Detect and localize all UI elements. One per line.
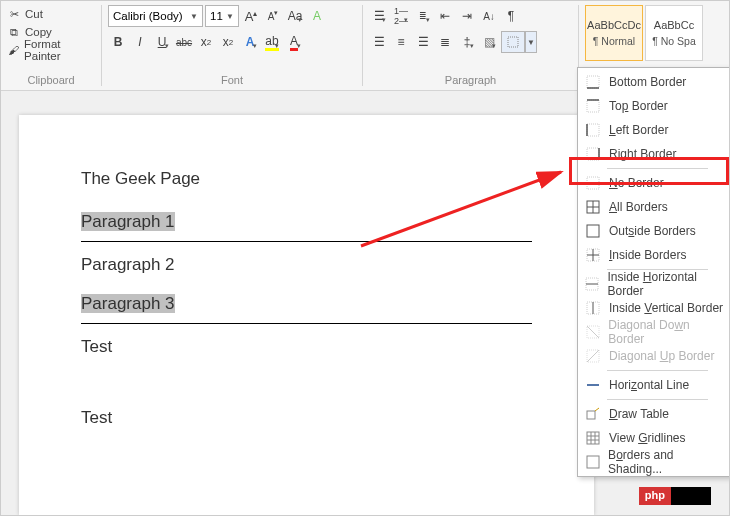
svg-rect-13	[587, 225, 599, 237]
svg-line-24	[587, 350, 599, 362]
clipboard-group: ✂Cut ⧉Copy 🖌Format Painter Clipboard	[1, 1, 101, 90]
svg-line-22	[587, 326, 599, 338]
diag-up-icon	[585, 348, 601, 364]
grow-font-button[interactable]: A▴	[241, 5, 261, 27]
menu-outside-borders[interactable]: Outside Borders	[579, 219, 730, 243]
style-normal[interactable]: AaBbCcDc ¶ Normal	[585, 5, 643, 61]
svg-rect-33	[587, 456, 599, 468]
hline-icon	[585, 377, 601, 393]
border-icon	[501, 31, 525, 53]
menu-inside-borders[interactable]: Inside Borders	[579, 243, 730, 267]
font-color-button[interactable]: A▾	[284, 31, 304, 53]
svg-rect-5	[587, 124, 599, 136]
multilevel-button[interactable]: ≣▾	[413, 5, 433, 27]
menu-left-border[interactable]: Left Border	[579, 118, 730, 142]
numbering-button[interactable]: 1―2―▾	[391, 5, 411, 27]
show-marks-button[interactable]: ¶	[501, 5, 521, 27]
menu-top-border[interactable]: Top Border	[579, 94, 730, 118]
bullets-button[interactable]: ☰▾	[369, 5, 389, 27]
style-nospacing[interactable]: AaBbCc ¶ No Spa	[645, 5, 703, 61]
horizontal-line	[81, 323, 532, 324]
change-case-button[interactable]: Aa▾	[285, 5, 305, 27]
menu-diagonal-up: Diagonal Up Border	[579, 344, 730, 368]
sort-button[interactable]: A↓	[479, 5, 499, 27]
menu-draw-table[interactable]: Draw Table	[579, 402, 730, 426]
subscript-button[interactable]: x2	[196, 31, 216, 53]
border-dropdown-icon[interactable]: ▼	[525, 31, 537, 53]
paragraph-1: Paragraph 1	[81, 209, 532, 235]
text-effects-button[interactable]: A▾	[240, 31, 260, 53]
menu-horizontal-line[interactable]: Horizontal Line	[579, 373, 730, 397]
align-left-button[interactable]: ☰	[369, 31, 389, 53]
menu-diagonal-down: Diagonal Down Border	[579, 320, 730, 344]
dropdown-icon: ▼	[226, 12, 234, 21]
test-2: Test	[81, 405, 532, 431]
paragraph-2: Paragraph 2	[81, 252, 532, 278]
menu-separator	[607, 399, 708, 400]
underline-button[interactable]: U▾	[152, 31, 172, 53]
align-center-button[interactable]: ≡	[391, 31, 411, 53]
outside-border-icon	[585, 223, 601, 239]
clipboard-group-label: Clipboard	[1, 74, 101, 86]
watermark-badge: php	[639, 487, 711, 505]
font-size-select[interactable]: 11▼	[205, 5, 239, 27]
test-1: Test	[81, 334, 532, 360]
menu-view-gridlines[interactable]: View Gridlines	[579, 426, 730, 450]
clear-format-button[interactable]: A	[307, 5, 327, 27]
font-group: Calibri (Body)▼ 11▼ A▴ A▾ Aa▾ A B I U▾ a…	[102, 1, 362, 90]
no-border-icon	[585, 175, 601, 191]
borders-menu: Bottom Border Top Border Left Border Rig…	[577, 67, 730, 477]
right-border-icon	[585, 146, 601, 162]
paragraph-3: Paragraph 3	[81, 291, 532, 317]
menu-inside-vertical[interactable]: Inside Vertical Border	[579, 296, 730, 320]
left-border-icon	[585, 122, 601, 138]
increase-indent-button[interactable]: ⇥	[457, 5, 477, 27]
svg-rect-9	[587, 177, 599, 189]
brush-icon: 🖌	[7, 43, 20, 57]
cut-button[interactable]: ✂Cut	[7, 5, 95, 23]
menu-right-border[interactable]: Right Border	[579, 142, 730, 166]
badge-left: php	[639, 487, 671, 505]
justify-button[interactable]: ≣	[435, 31, 455, 53]
shading-button[interactable]: ▧▾	[479, 31, 499, 53]
format-painter-button[interactable]: 🖌Format Painter	[7, 41, 95, 59]
svg-rect-3	[587, 100, 599, 112]
borders-button[interactable]: ▼	[501, 31, 537, 53]
menu-bottom-border[interactable]: Bottom Border	[579, 70, 730, 94]
menu-separator	[607, 370, 708, 371]
menu-borders-shading[interactable]: Borders and Shading...	[579, 450, 730, 474]
menu-no-border[interactable]: No Border	[579, 171, 730, 195]
menu-inside-horizontal[interactable]: Inside Horizontal Border	[579, 272, 730, 296]
paragraph-group: ☰▾ 1―2―▾ ≣▾ ⇤ ⇥ A↓ ¶ ☰ ≡ ☰ ≣ ‡▾ ▧▾ ▼ Par…	[363, 1, 578, 90]
inside-v-icon	[585, 300, 601, 316]
bottom-border-icon	[585, 74, 601, 90]
gridlines-icon	[585, 430, 601, 446]
draw-table-icon	[585, 406, 601, 422]
strike-button[interactable]: abc	[174, 31, 194, 53]
align-right-button[interactable]: ☰	[413, 31, 433, 53]
font-name-value: Calibri (Body)	[113, 10, 183, 22]
dropdown-icon: ▼	[190, 12, 198, 21]
highlight-button[interactable]: ab▾	[262, 31, 282, 53]
all-borders-icon	[585, 199, 601, 215]
diag-down-icon	[585, 324, 600, 340]
copy-icon: ⧉	[7, 25, 21, 39]
superscript-button[interactable]: x2	[218, 31, 238, 53]
scissors-icon: ✂	[7, 7, 21, 21]
line-spacing-button[interactable]: ‡▾	[457, 31, 477, 53]
menu-all-borders[interactable]: All Borders	[579, 195, 730, 219]
cut-label: Cut	[25, 8, 43, 20]
decrease-indent-button[interactable]: ⇤	[435, 5, 455, 27]
top-border-icon	[585, 98, 601, 114]
bold-button[interactable]: B	[108, 31, 128, 53]
inside-h-icon	[585, 276, 599, 292]
font-name-select[interactable]: Calibri (Body)▼	[108, 5, 203, 27]
svg-rect-1	[587, 76, 599, 88]
svg-rect-28	[587, 432, 599, 444]
shrink-font-button[interactable]: A▾	[263, 5, 283, 27]
svg-rect-0	[508, 37, 518, 47]
font-group-label: Font	[102, 74, 362, 86]
page[interactable]: The Geek Page Paragraph 1 Paragraph 2 Pa…	[19, 115, 594, 515]
italic-button[interactable]: I	[130, 31, 150, 53]
borders-shading-icon	[585, 454, 600, 470]
